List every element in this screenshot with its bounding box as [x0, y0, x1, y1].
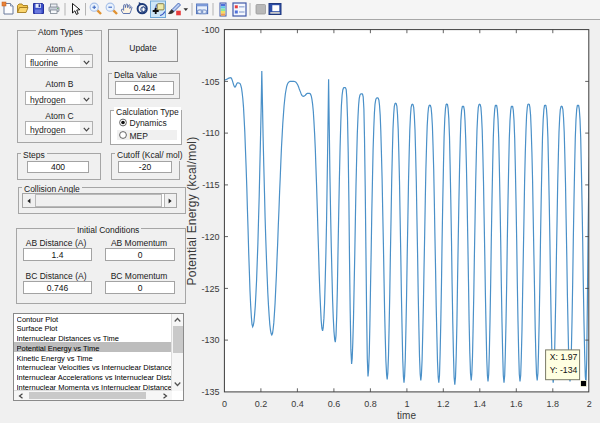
svg-text:time: time [397, 410, 416, 421]
svg-text:-130: -130 [201, 335, 219, 345]
svg-text:-110: -110 [202, 128, 219, 138]
svg-text:X: 1.97: X: 1.97 [550, 352, 578, 362]
svg-text:-125: -125 [201, 284, 219, 294]
svg-text:Y: -134: Y: -134 [550, 365, 578, 375]
svg-text:-100: -100 [201, 25, 219, 35]
svg-text:1.6: 1.6 [510, 399, 523, 409]
svg-text:0.4: 0.4 [291, 399, 304, 409]
svg-text:0.8: 0.8 [364, 399, 377, 409]
svg-text:-135: -135 [201, 387, 219, 397]
svg-text:1: 1 [404, 399, 409, 409]
svg-text:0.2: 0.2 [255, 399, 268, 409]
svg-text:1.2: 1.2 [437, 399, 450, 409]
svg-text:0: 0 [222, 399, 227, 409]
svg-text:0.6: 0.6 [328, 399, 341, 409]
svg-text:-115: -115 [202, 180, 219, 190]
svg-text:1.4: 1.4 [474, 399, 487, 409]
svg-text:-105: -105 [201, 77, 219, 87]
svg-text:2: 2 [587, 399, 592, 409]
svg-text:1.8: 1.8 [547, 399, 560, 409]
svg-text:Potential Energy (kcal/mol): Potential Energy (kcal/mol) [185, 137, 199, 286]
svg-text:-120: -120 [201, 232, 219, 242]
